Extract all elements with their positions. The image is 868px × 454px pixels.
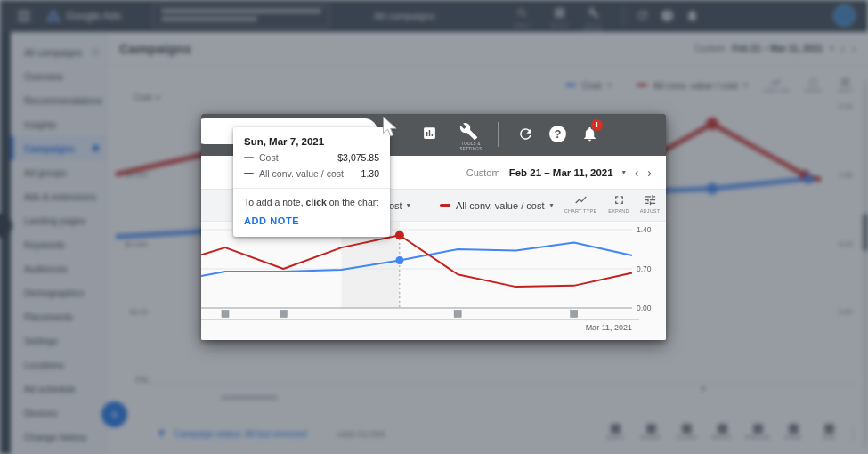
tools-settings-label: TOOLS &SETTINGS xyxy=(450,142,491,153)
mouse-cursor-icon xyxy=(383,117,399,142)
chevron-left-icon[interactable]: ‹ xyxy=(635,166,639,179)
svg-text:1.40: 1.40 xyxy=(637,225,652,234)
metric2-dropdown[interactable]: All conv. value / cost ▾ xyxy=(440,190,553,221)
help-icon[interactable]: ? xyxy=(549,126,566,142)
reports-icon[interactable] xyxy=(422,126,437,141)
cost-series-dash xyxy=(244,157,254,159)
chevron-right-icon[interactable]: › xyxy=(647,166,652,179)
conv-series-dash xyxy=(440,204,450,207)
tooltip-hint: To add a note, click on the chart xyxy=(244,197,379,207)
adjust-icon xyxy=(644,193,657,207)
toolbar-divider xyxy=(498,122,499,147)
caret-down-icon: ▾ xyxy=(549,201,553,209)
chart-type-button[interactable]: CHART TYPE xyxy=(560,193,601,214)
date-range-picker[interactable]: Custom Feb 21 – Mar 11, 2021 ▾ ‹ › xyxy=(466,156,652,189)
caret-down-icon: ▾ xyxy=(407,201,410,209)
add-note-button[interactable]: ADD NOTE xyxy=(244,215,379,226)
svg-text:Mar 11, 2021: Mar 11, 2021 xyxy=(586,323,632,332)
tooltip-date: Sun, Mar 7, 2021 xyxy=(244,136,379,147)
svg-text:0.00: 0.00 xyxy=(637,304,652,312)
tooltip-row-cost: Cost $3,075.85 xyxy=(244,152,379,163)
adjust-button[interactable]: ADJUST xyxy=(636,193,664,214)
tutorial-snippet: TOOLS &SETTINGS ? ! Custom Feb 21 – Mar … xyxy=(201,114,666,340)
notification-badge: ! xyxy=(591,119,603,131)
expand-icon xyxy=(612,193,626,207)
caret-down-icon: ▾ xyxy=(622,168,626,176)
performance-chart[interactable]: 1.400.700.00Mar 11, 2021 xyxy=(201,222,666,340)
screen: Google Ads All campaigns SEARCH REPORTS … xyxy=(0,0,868,454)
tooltip-divider xyxy=(233,188,390,189)
expand-button[interactable]: EXPAND xyxy=(604,193,634,214)
wrench-icon[interactable] xyxy=(459,122,478,141)
conv-series-dash xyxy=(244,173,254,175)
svg-text:0.70: 0.70 xyxy=(637,264,652,273)
chart-tooltip: Sun, Mar 7, 2021 Cost $3,075.85 All conv… xyxy=(233,127,390,237)
snippet-chart-area[interactable]: 1.400.700.00Mar 11, 2021 xyxy=(201,222,666,340)
refresh-icon[interactable] xyxy=(517,126,534,142)
tooltip-row-conv: All conv. value / cost 1.30 xyxy=(244,168,379,179)
chart-type-icon xyxy=(574,193,588,207)
